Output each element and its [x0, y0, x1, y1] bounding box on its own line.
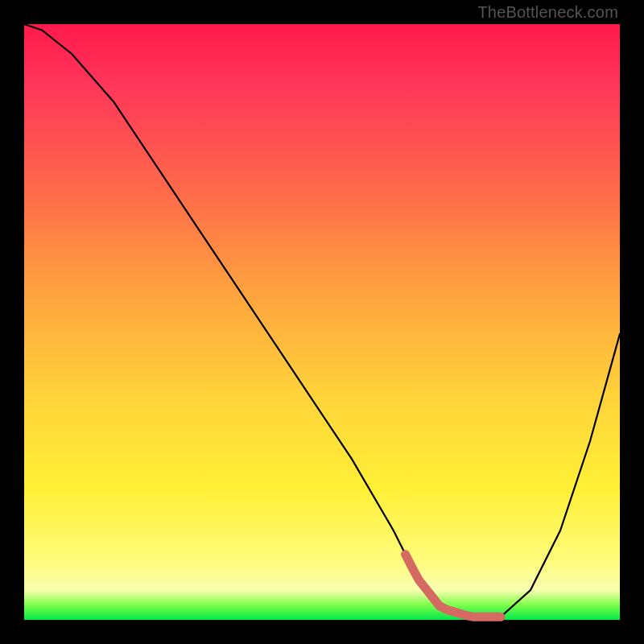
chart-plot-area — [24, 24, 620, 620]
chart-svg — [24, 24, 620, 620]
bottleneck-curve — [24, 24, 620, 617]
chart-frame: TheBottleneck.com — [0, 0, 644, 644]
watermark-label: TheBottleneck.com — [477, 3, 618, 22]
optimal-range-highlight — [406, 555, 501, 617]
